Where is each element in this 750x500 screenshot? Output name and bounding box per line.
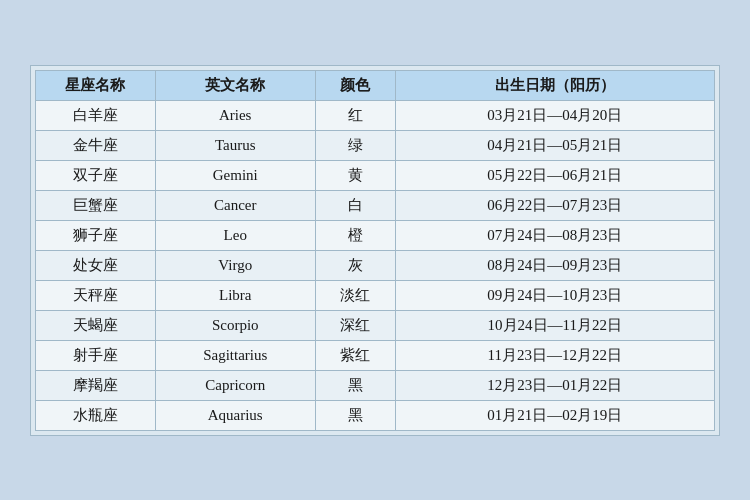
cell-date: 07月24日—08月23日 — [395, 220, 714, 250]
cell-color: 黑 — [315, 370, 395, 400]
table-row: 摩羯座Capricorn黑12月23日—01月22日 — [36, 370, 715, 400]
zodiac-table-container: 星座名称 英文名称 颜色 出生日期（阳历） 白羊座Aries红03月21日—04… — [30, 65, 720, 436]
table-row: 巨蟹座Cancer白06月22日—07月23日 — [36, 190, 715, 220]
cell-date: 06月22日—07月23日 — [395, 190, 714, 220]
cell-english: Gemini — [155, 160, 315, 190]
cell-color: 绿 — [315, 130, 395, 160]
cell-date: 12月23日—01月22日 — [395, 370, 714, 400]
table-row: 处女座Virgo灰08月24日—09月23日 — [36, 250, 715, 280]
cell-chinese: 狮子座 — [36, 220, 156, 250]
cell-color: 白 — [315, 190, 395, 220]
cell-color: 深红 — [315, 310, 395, 340]
header-english: 英文名称 — [155, 70, 315, 100]
zodiac-table: 星座名称 英文名称 颜色 出生日期（阳历） 白羊座Aries红03月21日—04… — [35, 70, 715, 431]
cell-english: Capricorn — [155, 370, 315, 400]
table-row: 天蝎座Scorpio深红10月24日—11月22日 — [36, 310, 715, 340]
header-date: 出生日期（阳历） — [395, 70, 714, 100]
cell-date: 09月24日—10月23日 — [395, 280, 714, 310]
table-row: 水瓶座Aquarius黑01月21日—02月19日 — [36, 400, 715, 430]
cell-chinese: 天秤座 — [36, 280, 156, 310]
table-header-row: 星座名称 英文名称 颜色 出生日期（阳历） — [36, 70, 715, 100]
cell-english: Scorpio — [155, 310, 315, 340]
cell-english: Libra — [155, 280, 315, 310]
cell-chinese: 巨蟹座 — [36, 190, 156, 220]
header-chinese: 星座名称 — [36, 70, 156, 100]
table-row: 射手座Sagittarius紫红11月23日—12月22日 — [36, 340, 715, 370]
cell-color: 灰 — [315, 250, 395, 280]
cell-chinese: 白羊座 — [36, 100, 156, 130]
cell-date: 03月21日—04月20日 — [395, 100, 714, 130]
cell-color: 红 — [315, 100, 395, 130]
table-row: 白羊座Aries红03月21日—04月20日 — [36, 100, 715, 130]
cell-english: Leo — [155, 220, 315, 250]
cell-color: 紫红 — [315, 340, 395, 370]
header-color: 颜色 — [315, 70, 395, 100]
cell-date: 08月24日—09月23日 — [395, 250, 714, 280]
table-row: 双子座Gemini黄05月22日—06月21日 — [36, 160, 715, 190]
cell-english: Taurus — [155, 130, 315, 160]
cell-color: 黑 — [315, 400, 395, 430]
table-body: 白羊座Aries红03月21日—04月20日金牛座Taurus绿04月21日—0… — [36, 100, 715, 430]
table-row: 天秤座Libra淡红09月24日—10月23日 — [36, 280, 715, 310]
cell-color: 橙 — [315, 220, 395, 250]
cell-chinese: 天蝎座 — [36, 310, 156, 340]
cell-chinese: 处女座 — [36, 250, 156, 280]
cell-english: Aquarius — [155, 400, 315, 430]
cell-chinese: 射手座 — [36, 340, 156, 370]
cell-date: 04月21日—05月21日 — [395, 130, 714, 160]
table-row: 金牛座Taurus绿04月21日—05月21日 — [36, 130, 715, 160]
cell-english: Virgo — [155, 250, 315, 280]
cell-chinese: 水瓶座 — [36, 400, 156, 430]
cell-color: 黄 — [315, 160, 395, 190]
cell-english: Sagittarius — [155, 340, 315, 370]
cell-date: 05月22日—06月21日 — [395, 160, 714, 190]
cell-date: 01月21日—02月19日 — [395, 400, 714, 430]
cell-english: Cancer — [155, 190, 315, 220]
cell-chinese: 金牛座 — [36, 130, 156, 160]
cell-date: 10月24日—11月22日 — [395, 310, 714, 340]
cell-color: 淡红 — [315, 280, 395, 310]
cell-english: Aries — [155, 100, 315, 130]
table-row: 狮子座Leo橙07月24日—08月23日 — [36, 220, 715, 250]
cell-chinese: 双子座 — [36, 160, 156, 190]
cell-date: 11月23日—12月22日 — [395, 340, 714, 370]
cell-chinese: 摩羯座 — [36, 370, 156, 400]
